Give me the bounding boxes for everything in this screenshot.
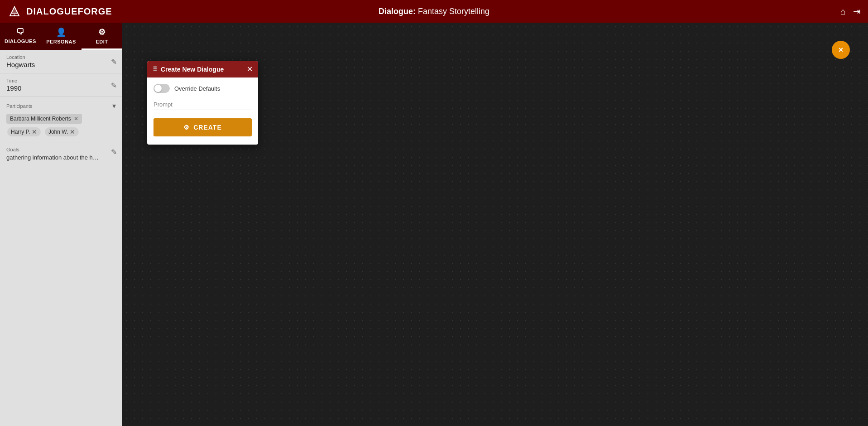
participant-harry-label: Harry P. (11, 129, 30, 135)
participant-main-chip: Barbara Millicent Roberts ✕ (6, 114, 116, 126)
goals-label: Goals (6, 147, 116, 152)
dialog-drag-icon[interactable]: ⠿ (153, 66, 157, 73)
dialog-title: Create New Dialogue (161, 66, 224, 73)
logo: DIALOGUEFORGE (7, 4, 112, 19)
participant-chip-harry: Harry P. ✕ (7, 127, 41, 136)
dialog-header: ⠿ Create New Dialogue ✕ (147, 61, 258, 77)
personas-icon: 👤 (56, 27, 67, 37)
sidebar: 🗨 DIALOGUES 👤 PERSONAS ⚙ EDIT Location H… (0, 23, 122, 426)
logo-icon (7, 4, 22, 19)
location-field: Location Hogwarts ✎ (0, 50, 122, 73)
override-toggle[interactable] (153, 84, 170, 93)
participant-john-label: John W. (48, 129, 68, 135)
participants-header: Participants ▾ (6, 102, 116, 110)
dialog-close-button[interactable]: ✕ (247, 66, 253, 73)
override-row: Override Defaults (153, 84, 252, 93)
participant-main-label: Barbara Millicent Roberts (10, 116, 71, 122)
title-label: Dialogue: (379, 7, 416, 16)
header-title: Dialogue: Fantasy Storytelling (379, 7, 489, 16)
sidebar-item-edit[interactable]: ⚙ EDIT (82, 23, 122, 50)
header: DIALOGUEFORGE Dialogue: Fantasy Storytel… (0, 0, 868, 23)
goals-value: gathering information about the horcr (6, 154, 101, 161)
participant-chips-row: Harry P. ✕ John W. ✕ (6, 126, 116, 137)
logout-button[interactable]: ⇥ (853, 6, 861, 17)
participant-john-close[interactable]: ✕ (70, 129, 75, 135)
sidebar-item-personas-label: PERSONAS (46, 39, 76, 44)
dialogues-icon: 🗨 (16, 27, 25, 37)
location-label: Location (6, 54, 116, 60)
main-area: × ⠿ Create New Dialogue ✕ Override Defau… (122, 23, 868, 426)
goals-section: Goals gathering information about the ho… (0, 142, 122, 165)
participants-label: Participants (6, 103, 32, 109)
sidebar-item-dialogues-label: DIALOGUES (5, 39, 36, 44)
sidebar-item-dialogues[interactable]: 🗨 DIALOGUES (0, 23, 41, 50)
participants-section: Participants ▾ Barbara Millicent Roberts… (0, 97, 122, 142)
home-button[interactable]: ⌂ (840, 6, 846, 17)
create-icon: ⚙ (183, 124, 190, 131)
participant-chip-john: John W. ✕ (45, 127, 79, 136)
time-label: Time (6, 78, 116, 83)
override-label: Override Defaults (174, 85, 220, 92)
location-edit-button[interactable]: ✎ (111, 57, 117, 66)
sidebar-item-edit-label: EDIT (96, 39, 108, 44)
time-edit-button[interactable]: ✎ (111, 81, 117, 89)
svg-point-3 (14, 15, 15, 16)
goals-edit-button[interactable]: ✎ (111, 148, 117, 156)
toggle-knob (154, 85, 162, 92)
time-value: 1990 (6, 84, 116, 92)
float-close-button[interactable]: × (832, 41, 850, 59)
layout: 🗨 DIALOGUES 👤 PERSONAS ⚙ EDIT Location H… (0, 23, 868, 426)
time-field: Time 1990 ✎ (0, 73, 122, 97)
dialog-body: Override Defaults ⚙ CREATE (147, 77, 258, 145)
participant-harry-close[interactable]: ✕ (32, 129, 37, 135)
sidebar-nav: 🗨 DIALOGUES 👤 PERSONAS ⚙ EDIT (0, 23, 122, 50)
create-button[interactable]: ⚙ CREATE (153, 118, 252, 136)
svg-rect-2 (12, 13, 17, 14)
logo-text: DIALOGUEFORGE (26, 6, 112, 17)
participant-main: Barbara Millicent Roberts ✕ (6, 114, 82, 124)
edit-icon: ⚙ (98, 27, 106, 37)
title-value: Fantasy Storytelling (418, 7, 489, 16)
location-value: Hogwarts (6, 61, 116, 68)
header-actions: ⌂ ⇥ (840, 6, 861, 17)
create-label: CREATE (193, 124, 222, 131)
participant-main-close[interactable]: ✕ (74, 116, 78, 122)
prompt-input[interactable] (153, 99, 252, 110)
create-dialogue-dialog: ⠿ Create New Dialogue ✕ Override Default… (147, 61, 258, 145)
sidebar-item-personas[interactable]: 👤 PERSONAS (41, 23, 82, 50)
participants-dropdown-button[interactable]: ▾ (112, 102, 116, 110)
